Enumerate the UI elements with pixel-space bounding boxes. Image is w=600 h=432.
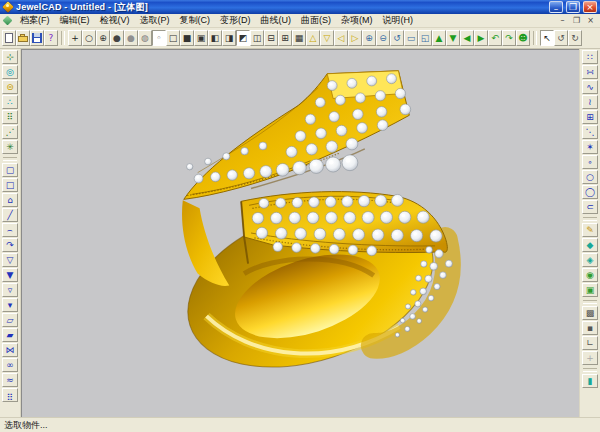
pan-view-up-button[interactable]: ▲ (432, 30, 446, 46)
restore-button[interactable]: ❐ (566, 1, 580, 13)
child-close-button[interactable]: × (585, 16, 596, 26)
twin-circles-tool[interactable]: ◎ (2, 65, 18, 79)
render-view-button[interactable]: ☻ (516, 30, 530, 46)
menu-misc[interactable]: 杂项(M) (336, 14, 378, 27)
orbit-right-button[interactable]: ↷ (502, 30, 516, 46)
grid-view-button[interactable]: ▦ (292, 30, 306, 46)
menu-file[interactable]: 档案(F) (15, 14, 55, 27)
new-file-button[interactable] (2, 30, 16, 46)
small-triangle-filled-tool[interactable]: ▾ (2, 298, 18, 312)
close-button[interactable]: × (583, 1, 597, 13)
material-tool[interactable]: ▮ (582, 374, 598, 388)
parallelogram-filled-tool[interactable]: ▰ (2, 328, 18, 342)
gem-tool[interactable]: ◆ (582, 238, 598, 252)
zigzag-tool[interactable]: ≀ (582, 95, 598, 109)
select-tool-button[interactable]: ↖ (540, 30, 554, 46)
child-restore-button[interactable]: ❐ (571, 16, 582, 26)
wireframe-view-button[interactable]: □ (166, 30, 180, 46)
half-shade-left-button[interactable]: ◧ (208, 30, 222, 46)
points-cross-button[interactable]: ⊕ (96, 30, 110, 46)
shaded-view-button[interactable]: ■ (180, 30, 194, 46)
comb-tool[interactable]: ⣶ (2, 388, 18, 402)
small-circle-tool[interactable]: ∘ (582, 155, 598, 169)
copy-object-button[interactable]: ▩ (582, 306, 598, 320)
menu-curve[interactable]: 曲线(U) (256, 14, 297, 27)
outline-view-button[interactable]: ◩ (236, 30, 250, 46)
orbit-left-button[interactable]: ↶ (488, 30, 502, 46)
star-points-tool[interactable]: ✶ (582, 140, 598, 154)
line-tool[interactable]: ╱ (2, 208, 18, 222)
snap-tool-button[interactable]: + (68, 30, 82, 46)
solid-tool[interactable]: ◉ (582, 268, 598, 282)
rotate-view-left-button[interactable]: ◁ (334, 30, 348, 46)
zoom-out-button[interactable]: ⊖ (376, 30, 390, 46)
infinity-tool[interactable]: ∞ (2, 358, 18, 372)
open-file-button[interactable] (16, 30, 30, 46)
curve-arrow-tool[interactable]: ↷ (2, 238, 18, 252)
hidden-line-view-button[interactable]: ▣ (194, 30, 208, 46)
arc-c-tool[interactable]: ⊂ (582, 200, 598, 214)
surface-tool[interactable]: ▣ (582, 283, 598, 297)
help-button[interactable]: ? (44, 30, 58, 46)
arch-tool[interactable]: ⌂ (2, 193, 18, 207)
circle-tool[interactable]: ○ (582, 170, 598, 184)
menu-select[interactable]: 选取(P) (135, 14, 175, 27)
ellipse-stack-tool[interactable]: ⊜ (2, 80, 18, 94)
point-marker-tool[interactable]: ∷ (582, 50, 598, 64)
redo-button[interactable]: ↻ (568, 30, 582, 46)
points-gray-button[interactable]: ● (124, 30, 138, 46)
split-two-horizontal-button[interactable]: ⊟ (264, 30, 278, 46)
corner-button[interactable]: ∟ (582, 336, 598, 350)
child-minimize-button[interactable]: – (557, 16, 568, 26)
grid-points-tool[interactable]: ⊞ (582, 110, 598, 124)
pan-view-right-button[interactable]: ▶ (474, 30, 488, 46)
line-points-tool[interactable]: ⋱ (582, 125, 598, 139)
gem-set-tool[interactable]: ◈ (582, 253, 598, 267)
curve-fit-tool[interactable]: ∿ (582, 80, 598, 94)
large-circle-tool[interactable]: ◯ (582, 185, 598, 199)
point-cross-tool[interactable]: ∺ (582, 65, 598, 79)
bowtie-tool[interactable]: ⋈ (2, 343, 18, 357)
menu-surface[interactable]: 曲面(S) (296, 14, 336, 27)
gem-cluster-tool[interactable]: ✳ (2, 140, 18, 154)
arc-tool[interactable]: ⌢ (2, 223, 18, 237)
split-four-button[interactable]: ⊞ (278, 30, 292, 46)
dot-button[interactable]: ▪ (582, 321, 598, 335)
bead-grid-tool[interactable]: ⠿ (2, 110, 18, 124)
undo-button[interactable]: ↺ (554, 30, 568, 46)
parallelogram-tool[interactable]: ▱ (2, 313, 18, 327)
rotate-view-up-button[interactable]: △ (306, 30, 320, 46)
wave-tool[interactable]: ≈ (2, 373, 18, 387)
pencil-tool[interactable]: ✎ (582, 223, 598, 237)
points-off-button[interactable]: ○ (82, 30, 96, 46)
viewport-3d[interactable] (21, 49, 579, 417)
zoom-previous-button[interactable]: ↺ (390, 30, 404, 46)
menu-transform[interactable]: 变形(D) (215, 14, 256, 27)
zoom-all-button[interactable]: ◱ (418, 30, 432, 46)
menu-edit[interactable]: 编辑(E) (55, 14, 95, 27)
pointer-points-tool[interactable]: ⊹ (2, 50, 18, 64)
bead-line-tool[interactable]: ⋰ (2, 125, 18, 139)
half-shade-right-button[interactable]: ◨ (222, 30, 236, 46)
pan-view-down-button[interactable]: ▼ (446, 30, 460, 46)
rotate-view-right-button[interactable]: ▷ (348, 30, 362, 46)
triangle-tool[interactable]: ▽ (2, 253, 18, 267)
bead-tool[interactable]: ∴ (2, 95, 18, 109)
zoom-window-button[interactable]: ▭ (404, 30, 418, 46)
pan-view-left-button[interactable]: ◀ (460, 30, 474, 46)
menu-copy[interactable]: 复制(C) (175, 14, 216, 27)
rect-tool[interactable]: □ (2, 178, 18, 192)
points-small-button[interactable]: ◦ (152, 30, 166, 46)
split-two-vertical-button[interactable]: ◫ (250, 30, 264, 46)
rotate-view-down-button[interactable]: ▽ (320, 30, 334, 46)
add-disabled-button[interactable]: + (582, 351, 598, 365)
rounded-rect-tool[interactable]: ▢ (2, 163, 18, 177)
zoom-in-button[interactable]: ⊕ (362, 30, 376, 46)
points-shaded-button[interactable]: ◍ (138, 30, 152, 46)
triangle-filled-tool[interactable]: ▼ (2, 268, 18, 282)
points-solid-button[interactable]: ● (110, 30, 124, 46)
minimize-button[interactable]: – (549, 1, 563, 13)
menu-help[interactable]: 说明(H) (378, 14, 419, 27)
small-triangle-tool[interactable]: ▿ (2, 283, 18, 297)
menu-view[interactable]: 检视(V) (95, 14, 135, 27)
